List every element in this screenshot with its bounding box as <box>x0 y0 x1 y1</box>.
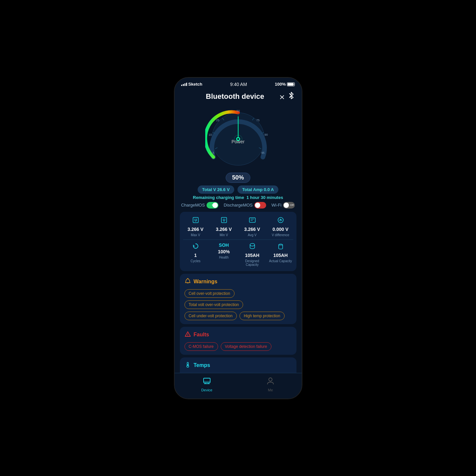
svg-point-35 <box>187 335 188 336</box>
device-nav-icon <box>203 377 211 387</box>
gauge-label: Power <box>232 139 245 144</box>
battery-icon <box>287 82 295 86</box>
signal-bar-2 <box>183 84 184 86</box>
signal-bar-1 <box>181 85 182 86</box>
min-v-label: Min V <box>220 233 228 237</box>
avg-v-label: Avg V <box>248 233 257 237</box>
soh-value: 100% <box>218 249 230 254</box>
me-nav-label: Me <box>268 388 273 392</box>
actual-cap-icon <box>277 242 284 251</box>
warnings-card: Warnings Cell over-volt protection Total… <box>180 274 296 324</box>
metrics-top-grid: U 3.266 V Max V U 3.266 V Min V 3. <box>183 216 293 237</box>
warning-bell-icon <box>184 278 191 286</box>
fault-tag-0: C-MOS failure <box>184 342 218 351</box>
svg-text:95: 95 <box>261 151 264 154</box>
max-v-item: U 3.266 V Max V <box>183 216 208 237</box>
faults-header: Faults <box>184 331 292 339</box>
svg-text:75: 75 <box>256 119 259 122</box>
cycles-item: 1 Cycles <box>183 242 208 266</box>
total-amp-value: 0.0 A <box>264 187 274 192</box>
mos-row: ChargeMOS OFF DischargeMOS ON Wi-Fi Off <box>175 202 302 209</box>
stats-row: Total V 26.6 V Total Amp 0.0 A <box>181 185 295 194</box>
metrics-card: U 3.266 V Max V U 3.266 V Min V 3. <box>180 212 296 271</box>
svg-rect-25 <box>249 218 255 222</box>
avg-v-item: 3.266 V Avg V <box>240 216 265 237</box>
battery-tip <box>294 83 294 85</box>
metrics-bottom-grid: 1 Cycles SOH 100% Health 105AH Designed … <box>183 242 293 266</box>
thermometer-icon <box>184 361 191 370</box>
total-v-value: 26.6 V <box>217 187 230 192</box>
cycles-value: 1 <box>194 253 197 258</box>
avg-v-icon <box>249 216 256 225</box>
warning-tag-0: Cell over-volt protection <box>184 289 235 298</box>
discharge-mos-item: DischargeMOS ON <box>224 202 266 209</box>
phone-frame: Sketch 9:40 AM 100% Bluetooth device ⨯ <box>174 77 302 399</box>
cycles-label: Cycles <box>190 259 200 263</box>
svg-rect-40 <box>204 378 210 383</box>
battery-percentage: 100% <box>275 82 286 87</box>
faults-title: Faults <box>194 332 209 338</box>
soh-label: Health <box>219 256 229 259</box>
svg-text:10: 10 <box>208 133 211 136</box>
battery-fill <box>288 83 293 86</box>
nav-device[interactable]: Device <box>201 377 212 392</box>
bottom-nav: Device Me <box>175 373 302 399</box>
fault-triangle-icon <box>184 331 191 339</box>
max-v-value: 3.266 V <box>187 227 203 232</box>
v-diff-icon <box>277 216 284 225</box>
svg-text:U: U <box>223 218 225 222</box>
wifi-toggle[interactable]: Off <box>283 202 295 209</box>
charging-time: Remaining charging time 1 hour 30 minute… <box>175 195 302 200</box>
actual-cap-item: 105AH Actual Capacity <box>268 242 293 266</box>
discharge-mos-knob <box>255 203 260 208</box>
page-title: Bluetooth device <box>206 92 264 101</box>
svg-text:U: U <box>194 218 197 222</box>
warnings-header: Warnings <box>184 278 292 286</box>
min-v-value: 3.266 V <box>216 227 232 232</box>
svg-point-33 <box>187 278 188 279</box>
bluetooth-icon[interactable]: ⨯ <box>279 92 295 101</box>
total-v-badge: Total V 26.6 V <box>198 185 235 194</box>
content-scroll[interactable]: 50 75 25 90 10 95 5 Power <box>175 103 302 373</box>
svg-text:5: 5 <box>212 151 214 154</box>
temps-title: Temps <box>194 362 210 368</box>
soh-item: SOH 100% Health <box>211 242 237 266</box>
status-time: 9:40 AM <box>230 82 247 87</box>
wifi-toggle-label: Off <box>290 204 294 207</box>
carrier-label: Sketch <box>188 82 203 87</box>
min-v-icon: U <box>220 216 228 225</box>
actual-cap-label: Actual Capacity <box>269 259 292 263</box>
signal-bars <box>181 83 187 86</box>
wifi-label: Wi-Fi <box>271 203 281 208</box>
me-nav-icon <box>266 377 275 387</box>
charging-time-value: 1 hour 30 minutes <box>246 195 283 200</box>
status-right: 100% <box>275 82 295 87</box>
temps-header: Temps <box>184 361 292 370</box>
charging-time-label: Remaining charging time <box>193 195 244 200</box>
charge-mos-knob <box>212 203 218 208</box>
cycles-icon <box>192 242 199 251</box>
svg-point-45 <box>269 378 272 381</box>
designed-cap-item: 105AH Designed Capacity <box>240 242 265 266</box>
discharge-mos-label: DischargeMOS <box>224 203 253 208</box>
designed-cap-value: 105AH <box>245 253 260 258</box>
soh-tag: SOH <box>219 242 229 248</box>
v-diff-value: 0.000 V <box>272 227 288 232</box>
metric-divider <box>183 239 293 240</box>
total-amp-label: Total Amp <box>242 187 263 192</box>
discharge-mos-toggle[interactable]: ON <box>254 202 266 209</box>
warning-tag-1: Total volt over-volt protection <box>184 300 243 309</box>
charge-mos-label: ChargeMOS <box>181 203 205 208</box>
designed-cap-icon <box>249 242 256 251</box>
charge-mos-toggle[interactable]: OFF <box>207 202 218 209</box>
nav-me[interactable]: Me <box>266 377 275 392</box>
svg-point-30 <box>250 243 255 246</box>
warnings-title: Warnings <box>194 279 217 285</box>
min-v-item: U 3.266 V Min V <box>211 216 237 237</box>
nav-header: Bluetooth device ⨯ <box>175 89 302 103</box>
fault-tag-1: Voltage detection failure <box>221 342 271 351</box>
charge-mos-item: ChargeMOS OFF <box>181 202 218 209</box>
gauge-container: 50 75 25 90 10 95 5 Power <box>205 106 271 172</box>
status-bar: Sketch 9:40 AM 100% <box>175 78 302 89</box>
device-nav-label: Device <box>201 388 212 392</box>
